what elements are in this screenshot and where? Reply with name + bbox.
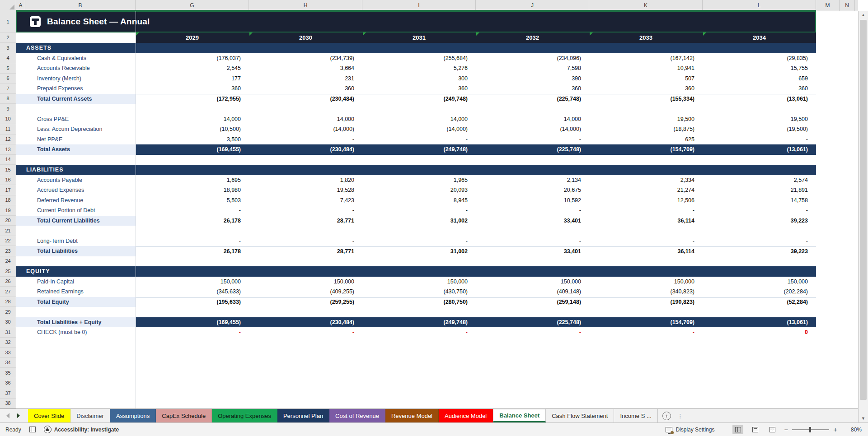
cell[interactable]: (340,823) [589,287,703,297]
row-header-35[interactable]: 35 [0,368,16,378]
cell[interactable]: 21,274 [589,185,703,195]
cell[interactable]: - [703,205,816,216]
cell[interactable]: 20,675 [476,185,589,195]
zoom-out-icon[interactable]: − [784,426,788,433]
cell[interactable]: 31,002 [362,216,476,226]
display-settings-button[interactable]: Display Settings [666,427,714,433]
row-label[interactable]: Prepaid Expenses [16,83,136,94]
cell[interactable]: (13,061) [703,317,816,328]
row-label[interactable]: Total Assets [16,144,136,155]
row-label[interactable]: Accounts Receivable [16,63,136,74]
normal-view-button[interactable] [732,425,743,434]
row-header-12[interactable]: 12 [0,135,16,145]
row-header-13[interactable]: 13 [0,144,16,155]
cell[interactable]: (52,284) [703,297,816,307]
row-header-9[interactable]: 9 [0,104,16,114]
sheet-tab-capex-schedule[interactable]: CapEx Schedule [156,409,212,422]
cell[interactable]: - [476,327,589,338]
row-header-8[interactable]: 8 [0,94,16,104]
column-header-L[interactable]: L [703,0,816,11]
sheet-tab-cost-of-revenue[interactable]: Cost of Revenue [329,409,385,422]
zoom-slider-handle[interactable] [809,427,811,432]
cell[interactable]: - [249,327,362,338]
cell[interactable]: 1,965 [362,175,476,186]
cell[interactable]: (234,739) [249,53,362,64]
page-break-view-button[interactable] [767,425,778,434]
cell[interactable]: 625 [589,135,703,145]
row-header-23[interactable]: 23 [0,246,16,256]
row-header-24[interactable]: 24 [0,256,16,267]
row-header-30[interactable]: 30 [0,317,16,328]
cell[interactable]: 14,758 [703,195,816,206]
cell[interactable]: (409,148) [476,287,589,297]
row-header-14[interactable]: 14 [0,155,16,165]
column-header-I[interactable]: I [362,0,476,11]
row-header-22[interactable]: 22 [0,236,16,246]
row-label[interactable]: Total Liabilities + Equity [16,317,136,328]
cell[interactable]: 150,000 [703,277,816,287]
cell[interactable]: 21,891 [703,185,816,195]
row-header-20[interactable]: 20 [0,216,16,226]
cell[interactable]: (230,484) [249,317,362,328]
scroll-down-icon[interactable]: ▼ [859,414,868,422]
column-header-H[interactable]: H [249,0,362,11]
row-header-18[interactable]: 18 [0,195,16,206]
row-header-11[interactable]: 11 [0,124,16,135]
row-header-16[interactable]: 16 [0,175,16,186]
cell[interactable]: 28,771 [249,246,362,256]
cell[interactable]: 15,755 [703,63,816,74]
cell[interactable]: 19,500 [703,114,816,125]
cell[interactable]: (225,748) [476,94,589,104]
cell[interactable]: (195,633) [136,297,249,307]
cell[interactable]: - [476,236,589,246]
cell[interactable]: - [362,327,476,338]
cell[interactable]: 2,134 [476,175,589,186]
cell[interactable]: 26,178 [136,246,249,256]
cell[interactable]: 31,002 [362,246,476,256]
row-header-3[interactable]: 3 [0,43,16,53]
vertical-scrollbar[interactable]: ▲ ▼ [858,11,868,422]
sheet-tab-assumptions[interactable]: Assumptions [110,409,156,422]
cell[interactable]: - [249,205,362,216]
column-header-B[interactable]: B [25,0,136,11]
row-label[interactable]: Retained Earnings [16,287,136,297]
cell[interactable]: (249,748) [362,317,476,328]
scroll-up-icon[interactable]: ▲ [859,11,868,19]
row-label[interactable]: Total Liabilities [16,246,136,256]
cell[interactable]: (14,000) [362,124,476,135]
row-header-27[interactable]: 27 [0,287,16,297]
section-header-row[interactable]: ASSETS [16,43,816,53]
cell[interactable]: (202,284) [703,287,816,297]
row-label[interactable]: Net PP&E [16,135,136,145]
cell[interactable]: (172,955) [136,94,249,104]
cell[interactable]: 36,114 [589,246,703,256]
row-header-38[interactable]: 38 [0,399,16,409]
cell[interactable]: 26,178 [136,216,249,226]
accessibility-status[interactable]: Accessibility: Investigate [44,426,119,433]
column-header-N[interactable]: N [840,0,855,11]
column-header-J[interactable]: J [476,0,589,11]
sheet-tab-personnel-plan[interactable]: Personnel Plan [277,409,329,422]
section-header-row[interactable]: EQUITY [16,266,816,277]
cell[interactable]: 19,500 [589,114,703,125]
cell[interactable]: (190,823) [589,297,703,307]
cell[interactable]: 10,592 [476,195,589,206]
cell[interactable]: - [362,135,476,145]
cell[interactable]: 36,114 [589,216,703,226]
cell[interactable]: 507 [589,74,703,84]
year-header-2032[interactable]: 2032 [476,32,589,43]
cell[interactable]: 2,545 [136,63,249,74]
sheet-tab-income-s[interactable]: Income S ... [614,409,657,422]
cell[interactable]: - [476,205,589,216]
row-header-1[interactable]: 1 [0,11,16,32]
cell[interactable]: 360 [136,83,249,94]
cell[interactable]: 5,503 [136,195,249,206]
cell[interactable]: 2,334 [589,175,703,186]
row-header-7[interactable]: 7 [0,83,16,94]
sheet-tab-cash-flow-statement[interactable]: Cash Flow Statement [546,409,614,422]
row-header-6[interactable]: 6 [0,74,16,84]
cell[interactable]: (167,142) [589,53,703,64]
cell[interactable]: - [589,236,703,246]
cell[interactable]: (14,000) [249,124,362,135]
column-header-A[interactable]: A [16,0,25,11]
